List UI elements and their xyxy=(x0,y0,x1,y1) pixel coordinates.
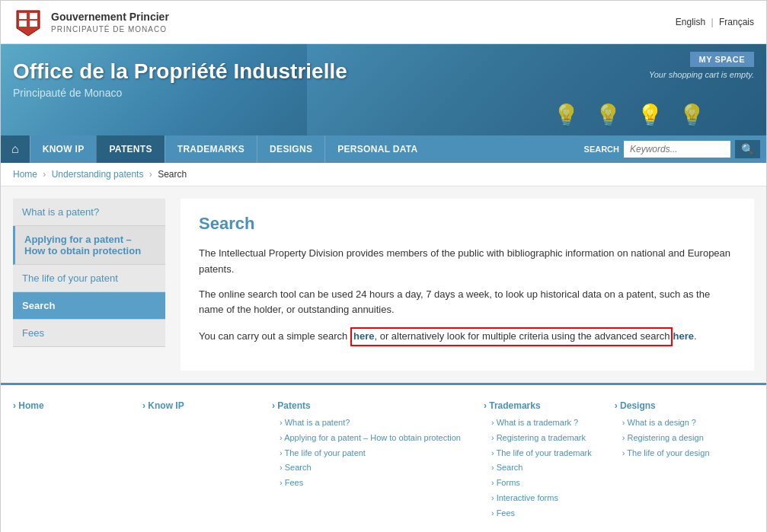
nav-patents[interactable]: PATENTS xyxy=(96,135,164,163)
search-label: SEARCH xyxy=(584,145,619,154)
bulb-4: 💡 xyxy=(679,103,705,128)
nav-trademarks[interactable]: TRADEMARKS xyxy=(165,135,257,163)
breadcrumb: Home › Understanding patents › Search xyxy=(1,163,766,186)
footer-col-trademarks: Trademarks What is a trademark ? Registe… xyxy=(484,400,592,521)
bulb-decoration: 💡 💡 💡 💡 xyxy=(553,103,705,128)
footer: Home Know IP Patents What is a patent? A… xyxy=(1,383,766,532)
nav-know-ip[interactable]: KNOW IP xyxy=(30,135,97,163)
svg-rect-1 xyxy=(30,13,37,19)
footer-trademark-link-5[interactable]: Forms xyxy=(484,476,592,491)
sidebar-item-life-patent[interactable]: The life of your patent xyxy=(13,265,165,292)
footer-patent-link-2[interactable]: Applying for a patent – How to obtain pr… xyxy=(272,431,461,446)
hero-title: Office de la Propriété Industrielle xyxy=(13,59,754,84)
footer-patent-link-1[interactable]: What is a patent? xyxy=(272,416,461,431)
footer-col-knowip: Know IP xyxy=(142,400,249,521)
red-outline-annotation: here, or alternatively look for multiple… xyxy=(350,327,673,346)
logo-title: Gouvernement Princier xyxy=(51,10,169,24)
footer-design-link-2[interactable]: Registering a design xyxy=(615,431,721,446)
svg-rect-2 xyxy=(19,21,27,27)
footer-design-link-3[interactable]: The life of your design xyxy=(615,446,721,461)
footer-trademark-link-6[interactable]: Interactive forms xyxy=(484,491,592,506)
footer-patent-link-3[interactable]: The life of your patent xyxy=(272,446,461,461)
search-input[interactable] xyxy=(624,141,730,158)
sidebar-item-applying[interactable]: Applying for a patent –How to obtain pro… xyxy=(13,226,165,265)
nav-search-area: SEARCH 🔍 xyxy=(578,135,766,163)
breadcrumb-home[interactable]: Home xyxy=(13,169,37,180)
logo-subtitle: PRINCIPAUTÉ DE MONACO xyxy=(51,24,169,34)
content-para-1: The Intellectual Property Division provi… xyxy=(199,246,736,278)
footer-trademarks-title[interactable]: Trademarks xyxy=(484,400,592,411)
footer-col-patents: Patents What is a patent? Applying for a… xyxy=(272,400,461,521)
footer-col-home: Home xyxy=(13,400,120,521)
hero-subtitle: Principauté de Monaco xyxy=(13,87,754,99)
language-switcher[interactable]: English | Français xyxy=(676,17,754,27)
nav-bar: ⌂ KNOW IP PATENTS TRADEMARKS DESIGNS PER… xyxy=(1,135,766,163)
footer-trademark-link-7[interactable]: Fees xyxy=(484,506,592,521)
lang-french[interactable]: Français xyxy=(719,17,754,27)
para3-end: . xyxy=(694,330,697,342)
search-here-link-1[interactable]: here xyxy=(353,330,374,342)
logo-icon xyxy=(13,7,43,37)
content-para-3: You can carry out a simple search here, … xyxy=(199,327,736,346)
footer-patent-link-5[interactable]: Fees xyxy=(272,476,461,491)
bulb-2: 💡 xyxy=(595,103,622,128)
sidebar: What is a patent? Applying for a patent … xyxy=(13,199,165,371)
footer-trademark-link-1[interactable]: What is a trademark ? xyxy=(484,416,592,431)
sidebar-item-search[interactable]: Search xyxy=(13,292,165,320)
svg-rect-3 xyxy=(30,21,37,27)
search-here-link-2[interactable]: here xyxy=(673,330,693,342)
logo-area: Gouvernement Princier PRINCIPAUTÉ DE MON… xyxy=(13,7,169,37)
bulb-3: 💡 xyxy=(637,103,663,128)
nav-designs[interactable]: DESIGNS xyxy=(257,135,324,163)
page-title: Search xyxy=(199,214,736,234)
main-content: What is a patent? Applying for a patent … xyxy=(1,186,766,383)
para3-before: You can carry out a simple search xyxy=(199,330,350,342)
footer-trademark-link-2[interactable]: Registering a trademark xyxy=(484,431,592,446)
logo-text: Gouvernement Princier PRINCIPAUTÉ DE MON… xyxy=(51,10,169,33)
footer-designs-title[interactable]: Designs xyxy=(615,400,721,411)
footer-trademark-link-4[interactable]: Search xyxy=(484,460,592,476)
top-bar: Gouvernement Princier PRINCIPAUTÉ DE MON… xyxy=(1,1,766,44)
footer-col-designs: Designs What is a design ? Registering a… xyxy=(615,400,721,521)
sidebar-item-what-is-patent[interactable]: What is a patent? xyxy=(13,199,165,226)
breadcrumb-understanding[interactable]: Understanding patents xyxy=(52,169,144,180)
footer-design-link-1[interactable]: What is a design ? xyxy=(615,416,721,431)
para3-middle: , or alternatively look for multiple cri… xyxy=(374,330,670,342)
lang-separator: | xyxy=(711,17,714,27)
content-para-2: The online search tool can be used 24 ho… xyxy=(199,287,736,319)
nav-home-button[interactable]: ⌂ xyxy=(1,135,30,163)
sidebar-item-fees[interactable]: Fees xyxy=(13,320,165,347)
footer-patent-link-4[interactable]: Search xyxy=(272,460,461,476)
footer-knowip-title[interactable]: Know IP xyxy=(142,400,249,411)
bulb-1: 💡 xyxy=(553,103,580,128)
nav-personal-data[interactable]: PERSONAL DATA xyxy=(324,135,430,163)
footer-trademark-link-3[interactable]: The life of your trademark xyxy=(484,446,592,461)
content-area: Search The Intellectual Property Divisio… xyxy=(181,199,754,371)
footer-columns: Home Know IP Patents What is a patent? A… xyxy=(13,400,754,532)
svg-rect-0 xyxy=(19,13,27,19)
search-button[interactable]: 🔍 xyxy=(735,140,760,158)
footer-home-title[interactable]: Home xyxy=(13,400,120,411)
lang-english[interactable]: English xyxy=(676,17,705,27)
breadcrumb-current: Search xyxy=(158,169,187,180)
home-icon: ⌂ xyxy=(11,142,19,156)
hero-banner: MY SPACE Your shopping cart is empty. Of… xyxy=(1,44,766,135)
footer-patents-title[interactable]: Patents xyxy=(272,400,461,411)
